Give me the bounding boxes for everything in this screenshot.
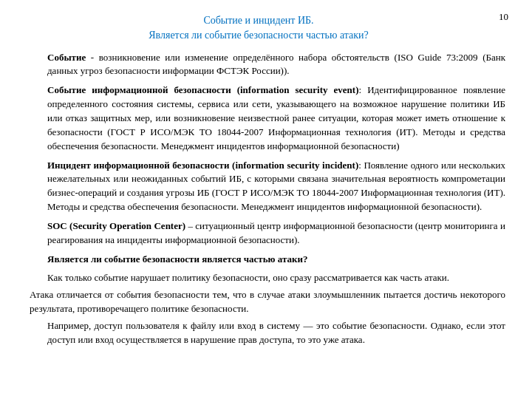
header-line2: Является ли событие безопасности частью …: [24, 28, 494, 43]
paragraph-2: Событие информационной безопасности (inf…: [27, 83, 505, 153]
p6-text: Как только событие нарушает политику без…: [47, 272, 449, 283]
paragraph-6: Как только событие нарушает политику без…: [27, 271, 505, 285]
p4-bold: SOC (Security Operation Center): [47, 220, 185, 231]
header-line1: Событие и инцидент ИБ.: [24, 13, 494, 28]
p5-bold: Является ли событие безопасности являетс…: [47, 253, 308, 265]
page-container: 10 Событие и инцидент ИБ. Является ли со…: [0, 0, 532, 399]
p3-bold: Инцидент информационной безопасности (in…: [47, 160, 358, 171]
paragraph-4: SOC (Security Operation Center) – ситуац…: [27, 219, 505, 248]
page-content: Событие - возникновение или изменение оп…: [24, 51, 508, 347]
page-number: 10: [499, 10, 508, 24]
paragraph-7: Атака отличается от события безопасности…: [27, 288, 505, 316]
paragraph-3: Инцидент информационной безопасности (in…: [27, 159, 505, 214]
paragraph-1: Событие - возникновение или изменение оп…: [27, 51, 505, 79]
paragraph-5: Является ли событие безопасности являетс…: [27, 253, 505, 267]
page-header: Событие и инцидент ИБ. Является ли событ…: [24, 13, 508, 44]
p8-text: Например, доступ пользователя к файлу ил…: [47, 320, 505, 345]
p2-bold: Событие информационной безопасности (inf…: [47, 84, 358, 95]
paragraph-8: Например, доступ пользователя к файлу ил…: [27, 319, 505, 347]
p1-text: - возникновение или изменение определённ…: [47, 52, 505, 77]
p1-bold: Событие: [47, 52, 86, 63]
p7-text: Атака отличается от события безопасности…: [30, 289, 505, 314]
